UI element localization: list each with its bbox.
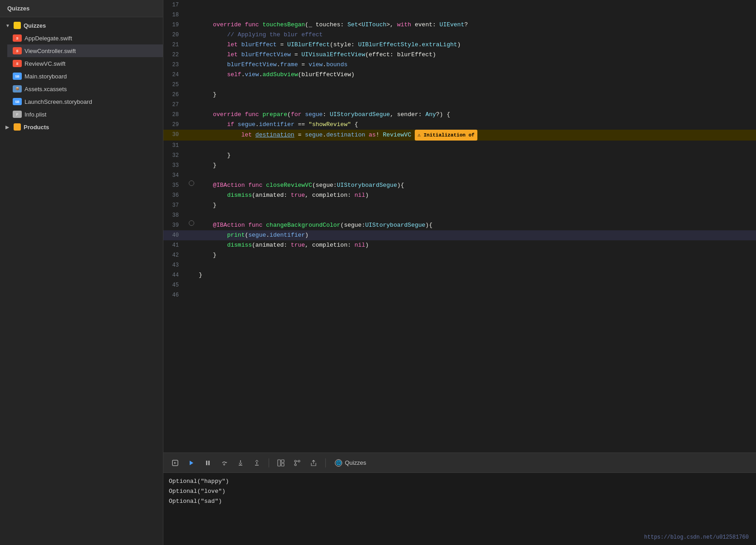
sidebar-item-assets[interactable]: 📦 Assets.xcassets [7,83,163,95]
code-line-36: 36 dismiss(animated: true, completion: n… [163,190,756,200]
line-number: 28 [163,110,186,120]
line-number: 40 [163,230,186,240]
sidebar-children: S AppDelegate.swift S ViewController.swi… [0,32,163,121]
line-content: dismiss(animated: true, completion: nil) [197,240,756,250]
line-content: let destination = segue.destination as! … [197,130,756,141]
code-line-40: 40 print(segue.identifier) [163,230,756,240]
code-line-30: 30 let destination = segue.destination a… [163,130,756,141]
step-over-button[interactable] [218,457,231,469]
svg-rect-3 [208,461,210,465]
layout-button[interactable] [275,457,287,469]
line-number: 29 [163,120,186,130]
code-line-35: 35 @IBAction func closeReviewVC(segue:UI… [163,180,756,190]
folder-yellow-icon [14,22,21,29]
share-button[interactable] [307,457,320,469]
svg-rect-2 [206,461,207,465]
file-label: ReviewVC.swift [25,60,65,67]
line-number: 18 [163,10,186,20]
code-area[interactable]: 17 18 19 override func touchesBegan(_ to… [163,0,756,453]
line-content: if segue.identifier == "showReview" { [197,120,756,130]
storyboard-file-icon: SB [13,98,22,105]
sidebar-item-reviewvc[interactable]: S ReviewVC.swift [7,57,163,70]
code-line-17: 17 [163,0,756,10]
run-button[interactable] [185,457,198,469]
assets-file-icon: 📦 [13,85,22,92]
code-line-34: 34 [163,170,756,180]
file-label: Main.storyboard [25,73,67,80]
code-line-19: 19 override func touchesBegan(_ touches:… [163,20,756,30]
code-line-43: 43 [163,260,756,270]
line-number: 27 [163,100,186,110]
code-line-38: 38 [163,210,756,220]
line-number: 46 [163,290,186,300]
svg-rect-6 [281,463,284,466]
file-label: Info.plist [25,111,46,118]
swift-file-icon: S [13,34,22,42]
svg-point-9 [295,464,296,466]
line-number: 32 [163,151,186,161]
code-line-26: 26 } [163,90,756,100]
back-button[interactable] [169,457,182,469]
toolbar-separator-1 [269,458,269,467]
line-number: 26 [163,90,186,100]
sidebar-item-products[interactable]: ▶ Products [0,121,163,133]
code-line-18: 18 [163,10,756,20]
swift-file-icon: S [13,47,22,54]
storyboard-icon: SB [13,97,22,106]
warning-badge: ⚠ Initialization of [415,130,477,141]
file-label: Assets.xcassets [25,86,67,92]
line-number: 42 [163,250,186,260]
expand-arrow: ▼ [5,23,12,28]
sidebar-title: Quizzes [0,0,163,17]
ibaction-marker [189,220,194,226]
svg-rect-4 [278,460,280,466]
sidebar-item-quizzes-group[interactable]: ▼ Quizzes [0,19,163,32]
scheme-label: 🌐 Quizzes [335,459,366,467]
line-number: 36 [163,190,186,200]
line-number: 31 [163,141,186,151]
globe-icon: 🌐 [335,459,342,467]
plist-file-icon: P [13,111,22,118]
file-label: AppDelegate.swift [25,35,72,42]
sidebar-item-main-storyboard[interactable]: SB Main.storyboard [7,70,163,83]
code-line-45: 45 [163,280,756,290]
scheme-name: Quizzes [345,459,366,466]
line-number: 22 [163,50,186,60]
swift-icon: S [13,59,22,68]
line-number: 43 [163,260,186,270]
code-line-46: 46 [163,290,756,300]
line-number: 23 [163,60,186,70]
code-line-31: 31 [163,141,756,151]
group-label: Quizzes [24,22,46,29]
line-content: @IBAction func closeReviewVC(segue:UISto… [197,180,756,190]
code-line-22: 22 let blurEffectView = UIVisualEffectVi… [163,50,756,60]
ibaction-marker [189,180,194,186]
swift-icon: S [13,46,22,55]
sidebar-item-viewcontroller[interactable]: S ViewController.swift [7,44,163,57]
console-url: https://blog.csdn.net/u012581760 [644,534,749,540]
line-content: override func touchesBegan(_ touches: Se… [197,20,756,30]
code-line-28: 28 override func prepare(for segue: UISt… [163,110,756,120]
swift-file-icon: S [13,60,22,67]
sidebar-item-launchscreen[interactable]: SB LaunchScreen.storyboard [7,95,163,108]
line-content: } [197,250,756,260]
code-line-37: 37 } [163,200,756,210]
line-content: dismiss(animated: true, completion: nil) [197,190,756,200]
line-content: // Applying the blur effect [197,30,756,40]
branch-button[interactable] [291,457,304,469]
code-line-41: 41 dismiss(animated: true, completion: n… [163,240,756,250]
code-line-23: 23 blurEffectView.frame = view.bounds [163,60,756,70]
line-number: 25 [163,80,186,90]
code-editor: 17 18 19 override func touchesBegan(_ to… [163,0,756,453]
sidebar-item-appdelegate[interactable]: S AppDelegate.swift [7,32,163,44]
code-line-21: 21 let blurEffect = UIBlurEffect(style: … [163,40,756,50]
code-line-44: 44 } [163,270,756,280]
pause-button[interactable] [201,457,214,469]
step-out-button[interactable] [250,457,263,469]
code-line-42: 42 } [163,250,756,260]
line-content: override func prepare(for segue: UIStory… [197,110,756,120]
sidebar-item-infoplist[interactable]: P Info.plist [7,108,163,121]
main-content: 17 18 19 override func touchesBegan(_ to… [163,0,756,545]
line-number: 19 [163,20,186,30]
step-in-button[interactable] [234,457,247,469]
